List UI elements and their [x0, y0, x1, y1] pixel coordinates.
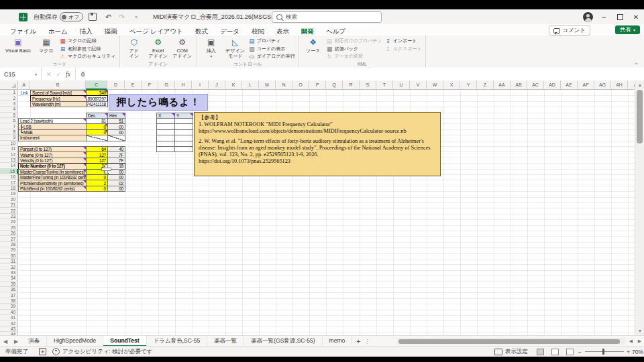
- zoom-in-button[interactable]: +: [627, 347, 630, 357]
- vertical-scrollbar[interactable]: ▲ ▼: [635, 80, 644, 335]
- autosave-toggle[interactable]: オフ: [60, 12, 83, 21]
- horizontal-scrollbar-thumb[interactable]: [398, 339, 620, 344]
- xy-cell[interactable]: [156, 146, 175, 152]
- column-header-T[interactable]: T: [376, 80, 393, 90]
- row-header-12[interactable]: 12: [0, 152, 18, 157]
- row-header-20[interactable]: 20: [0, 197, 18, 202]
- row-header-18[interactable]: 18: [0, 186, 18, 191]
- row-header-31[interactable]: 31: [0, 259, 18, 264]
- column-header-AI[interactable]: AI: [628, 80, 635, 90]
- formula-input[interactable]: 0: [76, 71, 90, 78]
- row-header-37[interactable]: 37: [0, 292, 18, 298]
- sheet-tab-memo[interactable]: memo: [323, 336, 353, 347]
- comments-button[interactable]: コメント: [549, 25, 590, 36]
- link-cell[interactable]: Link: [18, 90, 30, 95]
- column-header-AA[interactable]: AA: [494, 80, 511, 90]
- row-header-38[interactable]: 38: [0, 298, 18, 304]
- row-header-9[interactable]: 9: [0, 135, 18, 140]
- instrument-label[interactable]: Instrument: [18, 135, 87, 141]
- row-header-42[interactable]: 42: [0, 320, 18, 326]
- row-header-23[interactable]: 23: [0, 214, 18, 219]
- scroll-right-icon[interactable]: ▶: [635, 336, 644, 347]
- search-input[interactable]: 検索: [272, 11, 382, 23]
- sheet-tab-HighSpeedMode[interactable]: HighSpeedMode: [47, 336, 103, 347]
- accessibility-status[interactable]: アクセシビリティ: 検討が必要です: [52, 347, 152, 357]
- com-add-ins-button[interactable]: ⚙COM アドイン: [170, 36, 195, 58]
- column-header-E[interactable]: E: [125, 80, 142, 90]
- zoom-slider[interactable]: [585, 351, 624, 352]
- row-header-40[interactable]: 40: [0, 310, 18, 315]
- namebox-dropdown-icon[interactable]: ▾: [35, 72, 37, 76]
- column-header-O[interactable]: O: [292, 80, 309, 90]
- row-header-15[interactable]: 15: [0, 169, 18, 174]
- maximize-button[interactable]: [612, 9, 628, 24]
- column-header-AF[interactable]: AF: [578, 80, 594, 90]
- column-header-V[interactable]: V: [410, 80, 427, 90]
- row-header-39[interactable]: 39: [0, 304, 18, 309]
- column-header-AD[interactable]: AD: [544, 80, 561, 90]
- xml-source-button[interactable]: ❖ソース: [301, 36, 325, 54]
- pitch-bend-label[interactable]: PitchBend (in 100/8192 cents): [18, 186, 87, 192]
- row-header-22[interactable]: 22: [0, 208, 18, 213]
- macro-security-button[interactable]: ⚠マクロのセキュリティ: [58, 53, 117, 60]
- row-header-19[interactable]: 19: [0, 191, 18, 196]
- design-mode-button[interactable]: ◺デザイン モード: [223, 36, 248, 58]
- row-header-4[interactable]: 4: [0, 107, 18, 112]
- xy-cell[interactable]: [174, 146, 193, 152]
- column-header-N[interactable]: N: [276, 80, 292, 90]
- record-macro-button[interactable]: ▦マクロの記録: [58, 38, 117, 44]
- sheet-tab-SoundTest[interactable]: SoundTest: [103, 336, 146, 347]
- scroll-down-icon[interactable]: ▼: [635, 326, 644, 335]
- row-header-35[interactable]: 35: [0, 282, 18, 287]
- sheet-nav-left-icon[interactable]: ◀: [0, 336, 11, 347]
- expansion-packs-button[interactable]: ▦拡張パック: [325, 46, 384, 52]
- select-all-button[interactable]: [0, 80, 18, 90]
- quick-access-customize-button[interactable]: ▾: [131, 14, 141, 20]
- column-header-P[interactable]: P: [309, 80, 326, 90]
- column-header-L[interactable]: L: [242, 80, 259, 90]
- column-header-F[interactable]: F: [142, 80, 158, 90]
- column-header-Y[interactable]: Y: [460, 80, 477, 90]
- row-header-5[interactable]: 5: [0, 113, 18, 118]
- page-layout-view-button[interactable]: [551, 349, 559, 355]
- sheet-tab-ドラム音色,SC-55[interactable]: ドラム音色,SC-55: [147, 336, 208, 347]
- column-header-Q[interactable]: Q: [326, 80, 343, 90]
- export-button[interactable]: ↥エクスポート: [384, 46, 423, 52]
- pitch-bend-dec[interactable]: 0: [86, 186, 108, 192]
- column-header-H[interactable]: H: [175, 80, 192, 90]
- macro-record-icon[interactable]: [39, 348, 46, 355]
- column-header-AH[interactable]: AH: [611, 80, 628, 90]
- column-header-AB[interactable]: AB: [511, 80, 527, 90]
- row-header-32[interactable]: 32: [0, 264, 18, 269]
- row-header-27[interactable]: 27: [0, 236, 18, 241]
- save-button[interactable]: [89, 13, 97, 21]
- column-header-W[interactable]: W: [427, 80, 443, 90]
- row-header-30[interactable]: 30: [0, 253, 18, 259]
- close-button[interactable]: ✕: [628, 9, 644, 24]
- column-header-D[interactable]: D: [107, 80, 125, 90]
- redo-button[interactable]: ↷: [115, 13, 128, 21]
- new-sheet-button[interactable]: +: [352, 336, 364, 347]
- column-header-I[interactable]: I: [192, 80, 209, 90]
- row-header-25[interactable]: 25: [0, 225, 18, 231]
- column-header-G[interactable]: G: [158, 80, 175, 90]
- vertical-scrollbar-thumb[interactable]: [637, 90, 643, 143]
- import-button[interactable]: ↧インポート: [384, 38, 423, 44]
- row-header-17[interactable]: 17: [0, 180, 18, 185]
- zoom-out-button[interactable]: −: [578, 347, 582, 357]
- sheet-tab-演奏[interactable]: 演奏: [21, 336, 47, 347]
- row-header-34[interactable]: 34: [0, 276, 18, 281]
- confirm-entry-button[interactable]: ✓: [56, 71, 62, 78]
- use-relative-references-button[interactable]: ⊞相対参照で記録: [58, 46, 117, 52]
- row-header-29[interactable]: 29: [0, 247, 18, 253]
- horizontal-scrollbar[interactable]: [397, 338, 625, 345]
- share-button[interactable]: 共有▾: [615, 25, 640, 34]
- page-break-view-button[interactable]: [566, 349, 574, 355]
- properties-button[interactable]: ▤プロパティ: [248, 38, 297, 44]
- column-header-K[interactable]: K: [225, 80, 242, 90]
- sheet-grid[interactable]: ABCDEFGHIJKLMNOPQRSTUVWXYZAAABACADAEAFAG…: [0, 80, 635, 335]
- collapse-ribbon-button[interactable]: ⌄: [634, 60, 639, 66]
- scroll-up-icon[interactable]: ▲: [635, 80, 644, 89]
- column-header-Z[interactable]: Z: [477, 80, 494, 90]
- minimize-button[interactable]: –: [596, 9, 612, 24]
